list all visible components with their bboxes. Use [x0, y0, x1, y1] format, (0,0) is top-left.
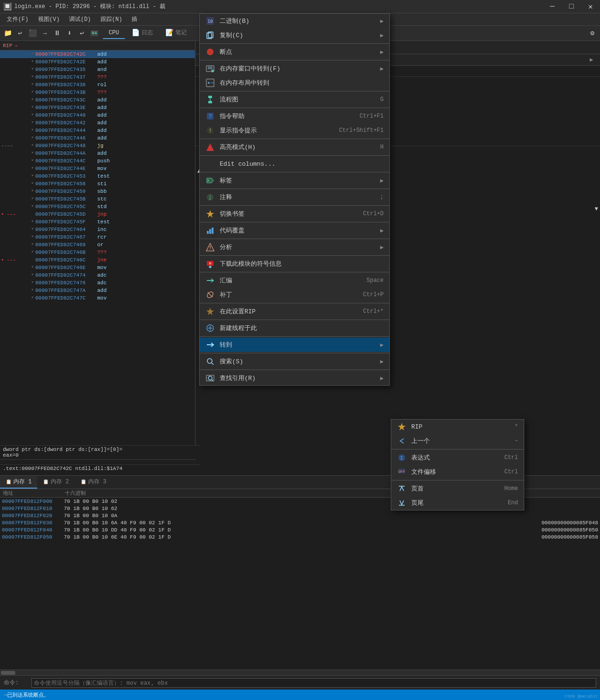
- ctx-coverage[interactable]: 代码覆盖 ▶: [200, 223, 389, 238]
- disasm-row[interactable]: • 00007FFED82C7444 add: [0, 127, 195, 134]
- mem-row-3[interactable]: 00007FFED812F030 70 1B 00 B0 10 6A 40 F9…: [0, 519, 600, 526]
- log-tab[interactable]: 📄 日志: [126, 27, 159, 40]
- ctx-edit-columns[interactable]: Edit columns...: [200, 157, 389, 171]
- ctx-goto[interactable]: 转到 ▶: [200, 338, 389, 352]
- ctx-mem-layout[interactable]: 在内存布局中转到: [200, 76, 389, 90]
- mem-scroll-thumb[interactable]: [1, 671, 15, 675]
- mem-row-5[interactable]: 00007FFED812F050 70 1B 00 B0 10 6E 40 F9…: [0, 533, 600, 540]
- disasm-row[interactable]: • 00007FFED82C7467 rcr: [0, 233, 195, 241]
- ctx-labels[interactable]: 标签 ▶: [200, 173, 389, 188]
- step-over-icon[interactable]: ⬇: [64, 28, 75, 39]
- sub-offset[interactable]: OFF 文件偏移 Ctrl: [391, 465, 524, 479]
- disasm-row[interactable]: • 00007FFED82C747A add: [0, 287, 195, 294]
- mem-scrollbar[interactable]: [0, 670, 600, 675]
- ctx-binary[interactable]: 10 二进制(B) ▶: [200, 14, 389, 28]
- options-icon[interactable]: ⚙: [587, 28, 598, 39]
- disasm-row[interactable]: • 00007FFED82C7459 sbb: [0, 188, 195, 195]
- disasm-row[interactable]: • 00007FFED82C743B ???: [0, 89, 195, 96]
- sub-rip[interactable]: RIP *: [391, 420, 524, 434]
- cpu-tab[interactable]: CPU: [103, 28, 125, 39]
- menu-more[interactable]: 插: [127, 14, 142, 24]
- seh-expand-icon[interactable]: ▶: [587, 55, 596, 65]
- ctx-new-thread[interactable]: 新建线程于此: [200, 321, 389, 335]
- mem-tab-2[interactable]: 📋 内存 2: [37, 476, 74, 489]
- disasm-row[interactable]: • 00007FFED82C7438 rol: [0, 81, 195, 89]
- ctx-download-sym-label: 下载此模块的符号信息: [220, 260, 384, 268]
- ctx-set-rip[interactable]: 在此设置RIP Ctrl+*: [200, 304, 389, 319]
- ctx-patch[interactable]: 补丁 Ctrl+P: [200, 288, 389, 302]
- ctx-assemble[interactable]: 汇编 Space: [200, 273, 389, 288]
- restart-icon[interactable]: ↩: [14, 28, 26, 39]
- disasm-row[interactable]: • 00007FFED82C745C std: [0, 203, 195, 210]
- disasm-row[interactable]: • 00007FFED82C7458 sti: [0, 180, 195, 188]
- disasm-row[interactable]: • 00007FFED82C7437 ???: [0, 73, 195, 81]
- disasm-row[interactable]: • 00007FFED82C745F test: [0, 218, 195, 226]
- ctx-download-sym[interactable]: M 下载此模块的符号信息: [200, 257, 389, 271]
- disasm-row[interactable]: • 00007FFED82C746B ???: [0, 249, 195, 256]
- ctx-comment[interactable]: ; 注释 ;: [200, 190, 389, 204]
- sub-rip-label: RIP: [411, 423, 510, 430]
- pause-icon[interactable]: ⏸: [51, 28, 63, 39]
- ctx-instr-help[interactable]: ? 指令帮助 Ctrl+F1: [200, 109, 389, 123]
- maximize-button[interactable]: □: [562, 0, 581, 13]
- ctx-search[interactable]: 搜索(S) ▶: [200, 354, 389, 369]
- disasm-row[interactable]: ---→ • 00007FFED82C7448 jg: [0, 142, 195, 150]
- step-out-icon[interactable]: ↩: [76, 28, 88, 39]
- disasm-row[interactable]: • 00007FFED82C7453 test: [0, 172, 195, 180]
- sub-page-bot[interactable]: 页尾 End: [391, 496, 524, 510]
- disasm-row[interactable]: • 00007FFED82C746E mov: [0, 264, 195, 271]
- disasm-row[interactable]: • 00007FFED82C747C mov: [0, 294, 195, 302]
- disasm-row[interactable]: • 00007FFED82C7440 add: [0, 111, 195, 119]
- ctx-highlight[interactable]: 高亮模式(H) H: [200, 140, 389, 154]
- disasm-row[interactable]: • 00007FFED82C7435 and: [0, 66, 195, 73]
- ctx-assemble-label: 汇编: [220, 276, 362, 285]
- menu-trace[interactable]: 跟踪(N): [96, 14, 127, 24]
- sub-page-top[interactable]: 页首 Home: [391, 481, 524, 496]
- disasm-row[interactable]: • 00007FFED82C745B stc: [0, 195, 195, 203]
- disasm-row[interactable]: • --→ 00007FFED82C745D jnp: [0, 210, 195, 218]
- disasm-row[interactable]: • 00007FFED82C742C add: [0, 50, 195, 58]
- ctx-find-ref[interactable]: 查找引用(R) ▶: [200, 371, 389, 385]
- sub-prev[interactable]: 上一个 −: [391, 434, 524, 448]
- disasm-row[interactable]: • 00007FFED82C7464 inc: [0, 226, 195, 233]
- menu-file[interactable]: 文件(F): [2, 14, 33, 24]
- ctx-show-hints[interactable]: ! 显示指令提示 Ctrl+Shift+F1: [200, 123, 389, 138]
- disasm-dot-5: •: [30, 89, 35, 96]
- menu-debug[interactable]: 调试(D): [64, 14, 96, 24]
- disasm-row[interactable]: • 00007FFED82C7442 add: [0, 119, 195, 127]
- folder-icon[interactable]: 📁: [2, 28, 13, 39]
- cmd-input[interactable]: [31, 678, 596, 688]
- disasm-row[interactable]: • 00007FFED82C743E add: [0, 104, 195, 111]
- ctx-copy[interactable]: 复制(C) ▶: [200, 28, 389, 42]
- mem-tab-1[interactable]: 📋 内存 1: [0, 476, 37, 489]
- mem-row-2[interactable]: 00007FFED812F020 70 1B 00 B0 10 0A: [0, 512, 600, 519]
- menu-view[interactable]: 视图(V): [33, 14, 65, 24]
- disasm-row[interactable]: • 00007FFED82C7474 adc: [0, 271, 195, 279]
- disasm-row[interactable]: • 00007FFED82C744E mov: [0, 165, 195, 172]
- ctx-analyze[interactable]: 分析 ▶: [200, 240, 389, 254]
- notes-tab[interactable]: 📝 笔记: [160, 27, 193, 40]
- ctx-bookmark[interactable]: 切换书签 Ctrl+D: [200, 207, 389, 221]
- step-into-icon[interactable]: →: [39, 28, 51, 39]
- minimize-button[interactable]: ─: [543, 0, 562, 13]
- scroll-down-icon[interactable]: ▼: [595, 206, 598, 212]
- stop-icon[interactable]: ⬛: [27, 28, 38, 39]
- sub-expr[interactable]: Σ 表达式 Ctrl: [391, 450, 524, 465]
- disasm-row[interactable]: • 00007FFED82C7469 or: [0, 241, 195, 249]
- cpu-tab-icon[interactable]: 64: [89, 28, 100, 39]
- close-button[interactable]: ✕: [581, 0, 600, 13]
- disasm-instr-26: ???: [97, 250, 194, 255]
- disasm-row[interactable]: • 00007FFED82C742E add: [0, 58, 195, 66]
- ctx-flowchart[interactable]: 流程图 G: [200, 92, 389, 107]
- ctx-mem-goto[interactable]: 在内存窗口中转到(F) ▶: [200, 61, 389, 76]
- mem-row-4[interactable]: 00007FFED812F040 70 1B 00 B0 10 DD 40 F9…: [0, 526, 600, 533]
- disasm-row[interactable]: • 00007FFED82C7476 adc: [0, 279, 195, 287]
- disasm-dot-16: •: [30, 173, 35, 180]
- ctx-breakpoint[interactable]: 断点 ▶: [200, 45, 389, 59]
- disasm-row[interactable]: • --→ 00007FFED82C746C jne: [0, 256, 195, 264]
- disasm-row[interactable]: • 00007FFED82C744C push: [0, 157, 195, 165]
- disasm-row[interactable]: • 00007FFED82C744A add: [0, 150, 195, 157]
- disasm-row[interactable]: • 00007FFED82C743C add: [0, 96, 195, 104]
- mem-tab-3[interactable]: 📋 内存 3: [75, 476, 112, 489]
- disasm-row[interactable]: • 00007FFED82C7446 add: [0, 134, 195, 142]
